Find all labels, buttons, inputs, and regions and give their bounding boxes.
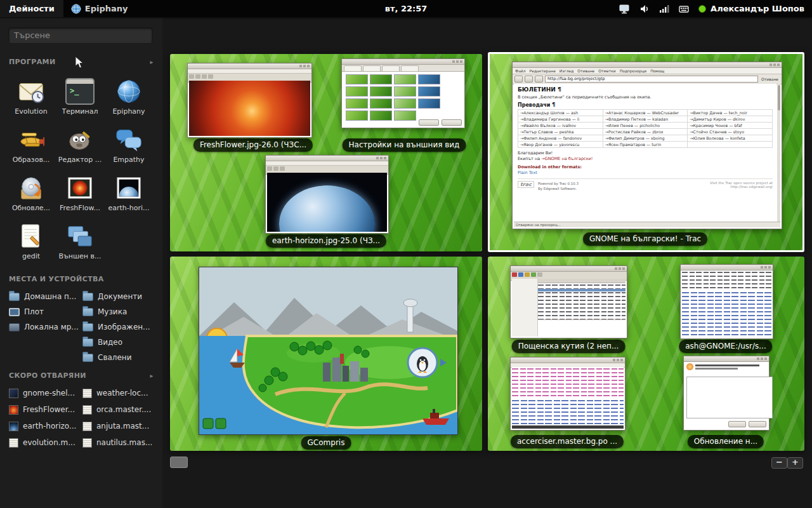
app-menu-label: Epiphany	[85, 4, 128, 13]
programs-expander-icon[interactable]: ▸	[150, 58, 154, 65]
notepad-icon	[15, 221, 47, 251]
place-label: Свалени	[98, 353, 132, 362]
app-gcompris[interactable]: Образов...	[8, 124, 55, 170]
recent-item[interactable]: gnome-shel...	[9, 387, 80, 399]
window-title-pill: GNOME на български! - Trac	[583, 232, 707, 246]
window-update-manager[interactable]	[683, 356, 769, 431]
screenshot-thumb-icon	[9, 389, 18, 398]
po-file-text	[512, 367, 624, 425]
flower-image	[189, 81, 310, 136]
earth-thumb-icon	[9, 422, 18, 431]
gcompris-scene	[199, 267, 457, 434]
app-epiphany[interactable]: Epiphany	[105, 76, 152, 122]
titlebar	[511, 266, 627, 272]
remove-workspace-button[interactable]: −	[771, 457, 787, 469]
plain-text-link: Plain Text	[518, 170, 773, 175]
recent-item[interactable]: weather-loc...	[82, 387, 154, 399]
app-freshflower[interactable]: FreshFlow...	[56, 173, 103, 218]
document-thumb-icon	[82, 405, 92, 415]
app-label: Образов...	[13, 156, 50, 164]
earth-photo-icon	[113, 173, 145, 203]
window-title-pill: GCompris	[301, 436, 351, 450]
app-updates[interactable]: Обновле...	[8, 173, 55, 218]
app-evolution[interactable]: Evolution	[8, 76, 55, 122]
places-title: МЕСТА И УСТРОЙСТВА	[9, 275, 104, 283]
place-video[interactable]: Видео	[82, 336, 154, 349]
window-terminal[interactable]	[680, 264, 773, 339]
workspace-4[interactable]: Пощенска кутия (2 неп... ash@GNOME:/usr/…	[488, 257, 804, 451]
network-icon[interactable]	[659, 4, 669, 14]
app-terminal[interactable]: >_ Терминал	[56, 76, 103, 122]
recent-item[interactable]: FreshFlower...	[9, 403, 80, 416]
place-documents[interactable]: Документи	[82, 290, 154, 303]
trac-logo: trac	[518, 181, 534, 188]
app-earth-horizon[interactable]: earth-hori...	[105, 173, 152, 218]
preview-pane	[538, 319, 625, 337]
recent-label: weather-loc...	[96, 389, 148, 398]
places-section-header: МЕСТА И УСТРОЙСТВА	[9, 275, 154, 283]
forward-button	[525, 76, 533, 83]
recent-item[interactable]: anjuta.mast...	[82, 420, 154, 432]
place-music[interactable]: Музика	[82, 305, 154, 318]
workspace-2-active[interactable]: ФайлРедактиранеИзгледОтиванеОтметкиПодпр…	[488, 52, 804, 252]
add-workspace-button[interactable]: +	[787, 457, 803, 469]
app-appearance[interactable]: Външен в...	[56, 221, 103, 267]
workspace-1[interactable]: FreshFlower.jpg-26.0 (ЧЗС... Настройки н…	[170, 54, 482, 251]
app-empathy[interactable]: Empathy	[105, 124, 152, 170]
place-pictures[interactable]: Изображен...	[82, 321, 154, 333]
software-update-icon	[15, 173, 47, 203]
translators-table: →Александър Шопов — ash→Атанас Кошарков …	[518, 109, 773, 148]
window-title-pill: earth-horizon.jpg-25.0 (ЧЗ...	[266, 234, 386, 248]
place-local-network[interactable]: Локална мр...	[9, 321, 80, 333]
window-gcompris[interactable]	[199, 267, 458, 435]
place-downloads[interactable]: Свалени	[82, 351, 154, 364]
address-bar: http://fsa-bg.org/project/gtp	[545, 76, 758, 83]
app-menu-button[interactable]: Epiphany	[63, 0, 136, 17]
window-earth-horizon[interactable]	[265, 155, 389, 234]
keyboard-icon[interactable]	[679, 4, 689, 14]
window-freshflower[interactable]	[187, 63, 312, 138]
workspace-indicator[interactable]	[170, 457, 188, 468]
recent-expander-icon[interactable]: ▸	[150, 372, 154, 379]
folder-icon	[82, 293, 93, 301]
place-desktop[interactable]: Плот	[9, 305, 80, 318]
window-title-pill: Пощенска кутия (2 неп...	[512, 340, 625, 353]
recent-item[interactable]: orca.master....	[82, 403, 154, 416]
message-list	[538, 279, 625, 337]
app-image-editor[interactable]: Редактор ...	[56, 124, 103, 170]
place-label: Музика	[98, 307, 127, 316]
folder-icon	[82, 354, 93, 362]
scrollbar	[777, 84, 780, 222]
presence-dot-icon	[698, 5, 706, 13]
app-gedit[interactable]: gedit	[8, 221, 55, 267]
window-mailbox[interactable]	[510, 265, 627, 338]
activities-button[interactable]: Дейности	[0, 0, 63, 17]
titlebar	[684, 356, 769, 362]
go-button: Отиване	[760, 77, 780, 81]
recent-item[interactable]: evolution.m...	[9, 436, 80, 449]
browser-menubar: ФайлРедактиранеИзгледОтиванеОтметкиПодпр…	[513, 68, 782, 74]
place-home[interactable]: Домашна п...	[9, 290, 80, 303]
display-icon[interactable]	[619, 4, 630, 14]
recent-label: anjuta.mast...	[96, 422, 149, 431]
top-bar: Дейности Epiphany вт, 22:57 Александ	[0, 0, 812, 17]
programs-title: ПРОГРАМИ	[9, 58, 56, 66]
search-input[interactable]	[8, 27, 153, 43]
tab-strip	[342, 65, 464, 72]
folder-icon	[82, 323, 93, 331]
app-label: Терминал	[62, 107, 98, 116]
selected-message-row	[538, 289, 625, 291]
recent-item[interactable]: nautilus.mas...	[82, 436, 154, 449]
place-label: Видео	[98, 338, 122, 347]
recent-item[interactable]: earth-horizo...	[9, 420, 80, 432]
gnome-shell-overview: Дейности Epiphany вт, 22:57 Александ	[0, 0, 812, 508]
clock-button[interactable]: вт, 22:57	[385, 4, 428, 13]
user-menu-button[interactable]: Александър Шопов	[698, 4, 804, 13]
workspace-3[interactable]: GCompris	[170, 257, 482, 451]
sidebar: ПРОГРАМИ ▸ Evolution >_ Терминал Epiphan…	[0, 17, 162, 508]
window-epiphany-trac[interactable]: ФайлРедактиранеИзгледОтиванеОтметкиПодпр…	[512, 62, 782, 229]
window-title-pill: ash@GNOME:/usr/s...	[679, 340, 772, 353]
volume-icon[interactable]	[639, 4, 650, 14]
window-appearance[interactable]	[341, 58, 465, 128]
window-po-editor[interactable]	[510, 357, 625, 431]
